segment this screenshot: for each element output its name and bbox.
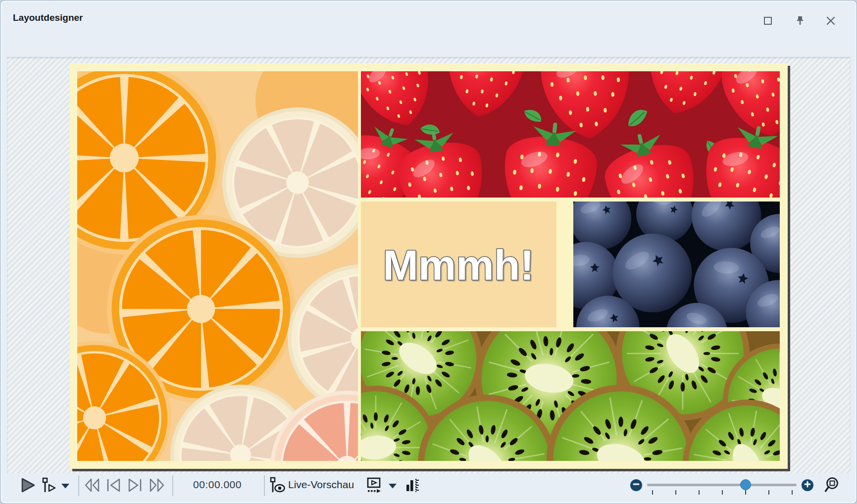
citrus-image[interactable]: [77, 71, 358, 461]
play-from-marker-button[interactable]: [41, 477, 58, 496]
skip-to-end-button[interactable]: [126, 477, 145, 495]
rewind-icon: [84, 478, 101, 495]
window-title: Layoutdesigner: [13, 12, 83, 23]
caption-panel[interactable]: Mmmh!: [361, 202, 556, 327]
caption-text: Mmmh!: [383, 241, 534, 289]
preview-range-button[interactable]: [365, 477, 384, 496]
live-preview-label[interactable]: Live-Vorschau: [288, 479, 354, 491]
transport-bar: 00:00.000 Live-Vorschau: [7, 473, 850, 499]
citrus-illustration: [77, 71, 358, 461]
blueberries-image[interactable]: [573, 202, 780, 327]
zoom-fit-button[interactable]: [823, 477, 843, 496]
timeline-scale-icon: [405, 477, 420, 495]
titlebar: Layoutdesigner: [0, 0, 857, 28]
pin-icon: [795, 15, 805, 26]
caption-text-svg: Mmmh!: [361, 202, 556, 327]
play-from-marker-icon: [42, 477, 57, 496]
zoom-control: [623, 473, 850, 499]
skip-to-start-icon: [105, 478, 122, 495]
preview-options-dropdown[interactable]: [387, 482, 398, 491]
live-preview-button[interactable]: [269, 477, 286, 496]
maximize-button[interactable]: [761, 14, 774, 27]
time-display: 00:00.000: [185, 479, 250, 491]
play-options-dropdown[interactable]: [60, 482, 70, 491]
strawberries-image[interactable]: [361, 71, 780, 198]
live-preview-icon: [269, 477, 285, 496]
transport-separator: [172, 475, 173, 496]
zoom-slider-track[interactable]: [647, 484, 797, 486]
transport-separator: [78, 475, 79, 496]
zoom-in-icon: [804, 481, 811, 490]
preview-range-icon: [366, 477, 383, 496]
play-icon: [20, 477, 37, 496]
chevron-down-icon: [61, 482, 69, 491]
slide[interactable]: Mmmh!: [70, 63, 788, 469]
zoom-in-button[interactable]: [802, 479, 813, 491]
layoutdesigner-window: Layoutdesigner: [0, 0, 857, 504]
zoom-fit-icon: [824, 476, 842, 496]
timeline-scale-button[interactable]: [404, 477, 421, 496]
close-icon: [826, 16, 836, 26]
zoom-slider-thumb[interactable]: [740, 479, 751, 490]
blueberries-illustration: [573, 202, 780, 327]
zoom-out-icon: [633, 481, 640, 490]
toolbar: Zeitmarke: s: [0, 28, 857, 57]
kiwi-illustration: [361, 331, 780, 461]
rewind-button[interactable]: [83, 477, 101, 495]
kiwi-image[interactable]: [361, 331, 780, 461]
transport-separator: [264, 475, 265, 496]
zoom-slider-ticks: [652, 490, 793, 495]
fast-forward-button[interactable]: [148, 477, 166, 495]
pin-button[interactable]: [794, 14, 807, 27]
zoom-out-button[interactable]: [630, 479, 642, 491]
skip-to-end-icon: [127, 478, 144, 495]
chevron-down-icon: [389, 482, 397, 491]
design-canvas[interactable]: Mmmh!: [7, 57, 851, 473]
maximize-icon: [763, 16, 772, 25]
skip-to-start-button[interactable]: [104, 477, 123, 495]
strawberries-illustration: [361, 71, 780, 198]
play-button[interactable]: [18, 477, 39, 496]
fast-forward-icon: [149, 478, 165, 495]
close-button[interactable]: [824, 14, 837, 27]
